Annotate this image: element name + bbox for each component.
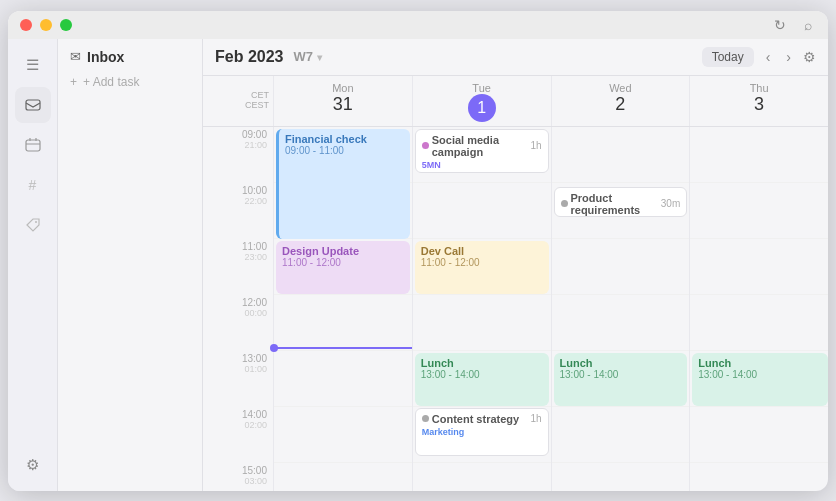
event-social-title: Social media campaign xyxy=(432,134,528,158)
current-time-line xyxy=(274,347,412,349)
time-13-main: 13:00 xyxy=(242,353,267,364)
time-11-main: 11:00 xyxy=(242,241,267,252)
event-lunch-tue[interactable]: Lunch 13:00 - 14:00 xyxy=(415,353,549,406)
event-financial-check-title: Financial check xyxy=(285,133,404,145)
event-social-dot xyxy=(422,142,429,149)
sidebar-item-settings[interactable]: ⚙ xyxy=(15,447,51,483)
time-row-15: 15:00 03:00 xyxy=(203,463,273,491)
time-row-12: 12:00 00:00 xyxy=(203,295,273,351)
event-social-media[interactable]: Social media campaign 1h 5MN xyxy=(415,129,549,173)
day-num-wed: 2 xyxy=(552,94,690,116)
event-dev-call-title: Dev Call xyxy=(421,245,543,257)
inbox-title: Inbox xyxy=(87,49,124,65)
day-col-mon: Financial check 09:00 - 11:00 Design Upd… xyxy=(273,127,412,491)
event-content-dot xyxy=(422,415,429,422)
time-row-09: 09:00 21:00 xyxy=(203,127,273,183)
time-14-sub: 02:00 xyxy=(244,420,267,430)
event-lunch-wed[interactable]: Lunch 13:00 - 14:00 xyxy=(554,353,688,406)
sidebar-item-tags[interactable]: # xyxy=(15,167,51,203)
timezone-cet: CET xyxy=(245,90,269,100)
day-num-thu: 3 xyxy=(690,94,828,116)
event-lunch-thu-title: Lunch xyxy=(698,357,822,369)
event-product-req[interactable]: Product requirements 30m xyxy=(554,187,688,217)
time-15-main: 15:00 xyxy=(242,465,267,476)
day-num-tue: 1 xyxy=(468,94,496,122)
prev-week-button[interactable]: ‹ xyxy=(762,47,775,67)
event-dev-call-time: 11:00 - 12:00 xyxy=(421,257,543,268)
sidebar: ☰ # ⚙ xyxy=(8,39,58,491)
day-col-tue: Social media campaign 1h 5MN Dev Call 11… xyxy=(412,127,551,491)
calendar-week: W7 ▾ xyxy=(293,49,321,64)
inbox-header: ✉ Inbox xyxy=(58,39,202,71)
app-window: ↻ ⌕ ☰ # xyxy=(8,11,828,491)
time-10-main: 10:00 xyxy=(242,185,267,196)
event-lunch-thu-time: 13:00 - 14:00 xyxy=(698,369,822,380)
time-row-10: 10:00 22:00 xyxy=(203,183,273,239)
next-week-button[interactable]: › xyxy=(782,47,795,67)
minimize-button[interactable] xyxy=(40,19,52,31)
day-label-tue: Tue xyxy=(413,82,551,94)
day-header-thu: Thu 3 xyxy=(689,76,828,126)
event-lunch-thu[interactable]: Lunch 13:00 - 14:00 xyxy=(692,353,828,406)
search-icon[interactable]: ⌕ xyxy=(800,17,816,33)
day-col-thu: Lunch 13:00 - 14:00 xyxy=(689,127,828,491)
event-design-update-time: 11:00 - 12:00 xyxy=(282,257,404,268)
inbox-panel: ✉ Inbox + + Add task xyxy=(58,39,203,491)
add-task-plus-icon: + xyxy=(70,75,77,89)
time-row-11: 11:00 23:00 xyxy=(203,239,273,295)
chevron-down-icon[interactable]: ▾ xyxy=(317,52,322,63)
event-product-title: Product requirements xyxy=(571,192,658,216)
day-col-wed: Product requirements 30m Lunch 13:00 - 1… xyxy=(551,127,690,491)
inbox-mail-icon: ✉ xyxy=(70,49,81,64)
day-label-wed: Wed xyxy=(552,82,690,94)
time-10-sub: 22:00 xyxy=(244,196,267,206)
event-financial-check[interactable]: Financial check 09:00 - 11:00 xyxy=(276,129,410,239)
sidebar-item-calendar[interactable] xyxy=(15,127,51,163)
time-12-sub: 00:00 xyxy=(244,308,267,318)
calendar-header: Feb 2023 W7 ▾ Today ‹ › ⚙ xyxy=(203,39,828,76)
today-button[interactable]: Today xyxy=(702,47,754,67)
main-area: ☰ # ⚙ xyxy=(8,39,828,491)
calendar-nav: Today ‹ › ⚙ xyxy=(702,47,816,67)
day-label-thu: Thu xyxy=(690,82,828,94)
calendar-month-year: Feb 2023 xyxy=(215,48,283,66)
current-time-dot xyxy=(270,344,278,352)
event-financial-check-time: 09:00 - 11:00 xyxy=(285,145,404,156)
event-lunch-wed-time: 13:00 - 14:00 xyxy=(560,369,682,380)
time-14-main: 14:00 xyxy=(242,409,267,420)
event-design-update[interactable]: Design Update 11:00 - 12:00 xyxy=(276,241,410,294)
titlebar: ↻ ⌕ xyxy=(8,11,828,39)
add-task-button[interactable]: + + Add task xyxy=(58,71,202,97)
sidebar-item-menu[interactable]: ☰ xyxy=(15,47,51,83)
svg-rect-1 xyxy=(26,140,40,151)
close-button[interactable] xyxy=(20,19,32,31)
event-design-update-title: Design Update xyxy=(282,245,404,257)
day-header-tue: Tue 1 xyxy=(412,76,551,126)
event-lunch-tue-title: Lunch xyxy=(421,357,543,369)
time-row-14: 14:00 02:00 xyxy=(203,407,273,463)
svg-point-2 xyxy=(35,221,37,223)
event-dev-call[interactable]: Dev Call 11:00 - 12:00 xyxy=(415,241,549,294)
add-task-label: + Add task xyxy=(83,75,139,89)
event-lunch-wed-title: Lunch xyxy=(560,357,682,369)
day-header-mon: Mon 31 xyxy=(273,76,412,126)
maximize-button[interactable] xyxy=(60,19,72,31)
time-09-sub: 21:00 xyxy=(244,140,267,150)
sidebar-item-labels[interactable] xyxy=(15,207,51,243)
calendar-settings-button[interactable]: ⚙ xyxy=(803,49,816,65)
days-grid: Financial check 09:00 - 11:00 Design Upd… xyxy=(273,127,828,491)
time-13-sub: 01:00 xyxy=(244,364,267,374)
calendar-body: 09:00 21:00 10:00 22:00 11:00 23:00 12:0… xyxy=(203,127,828,491)
timezone-cest: CEST xyxy=(245,100,269,110)
sidebar-item-inbox[interactable] xyxy=(15,87,51,123)
sync-icon[interactable]: ↻ xyxy=(772,17,788,33)
svg-rect-0 xyxy=(26,100,40,110)
day-headers: CET CEST Mon 31 Tue 1 Wed 2 xyxy=(203,76,828,127)
calendar-area: Feb 2023 W7 ▾ Today ‹ › ⚙ CET xyxy=(203,39,828,491)
day-num-mon: 31 xyxy=(274,94,412,116)
event-content-title: Content strategy xyxy=(432,413,519,425)
time-09-main: 09:00 xyxy=(242,129,267,140)
day-header-wed: Wed 2 xyxy=(551,76,690,126)
time-15-sub: 03:00 xyxy=(244,476,267,486)
event-content-strategy[interactable]: Content strategy 1h Marketing xyxy=(415,408,549,456)
